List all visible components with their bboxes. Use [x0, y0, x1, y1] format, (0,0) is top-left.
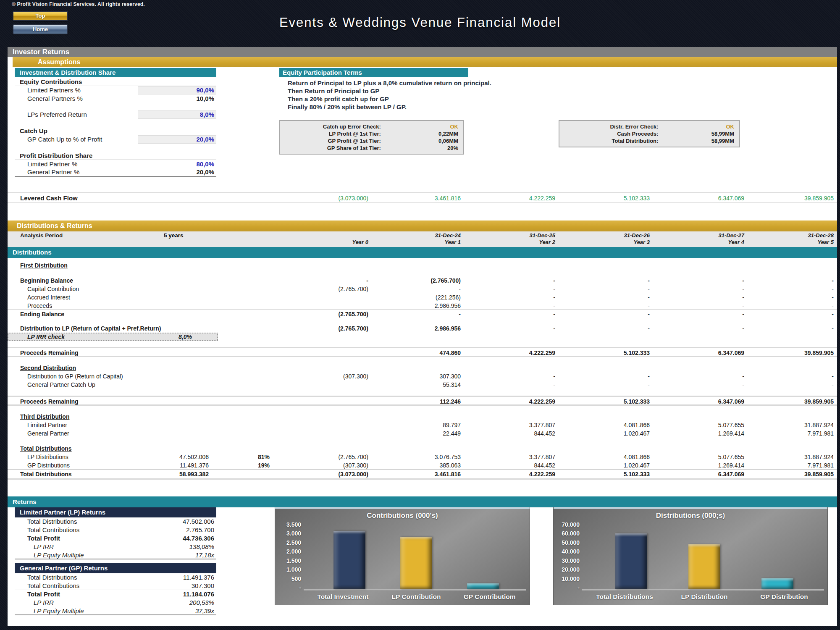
table-cell[interactable]	[372, 333, 464, 341]
table-cell[interactable]	[146, 348, 212, 357]
table-cell[interactable]: -	[748, 285, 837, 293]
table-cell[interactable]	[653, 444, 748, 453]
returns-row-value[interactable]: 200,53%	[132, 598, 216, 607]
table-cell[interactable]	[212, 276, 273, 285]
table-cell[interactable]: -	[748, 293, 837, 302]
table-cell[interactable]: 7.971.981	[748, 461, 837, 470]
table-cell[interactable]: 4.222.259	[464, 397, 559, 406]
table-cell[interactable]: (2.765.700)	[273, 453, 372, 461]
table-cell[interactable]: -	[559, 324, 653, 333]
table-cell[interactable]: -	[748, 310, 837, 318]
assumption-value-cell[interactable]: 20,0%	[138, 135, 216, 144]
table-cell[interactable]: 81%	[212, 453, 273, 461]
table-cell[interactable]	[273, 348, 372, 357]
table-cell[interactable]: -	[372, 285, 464, 293]
table-cell[interactable]	[748, 261, 837, 270]
assumption-value-cell[interactable]: 8,0%	[138, 110, 216, 119]
table-cell[interactable]: (2.765.700)	[273, 285, 372, 293]
table-cell[interactable]	[212, 397, 273, 406]
table-cell[interactable]: -	[653, 276, 748, 285]
table-cell[interactable]: 31.887.924	[748, 421, 837, 429]
table-cell[interactable]: 307.300	[372, 372, 464, 381]
returns-row-value[interactable]: 307.300	[132, 582, 216, 590]
table-cell[interactable]	[212, 429, 273, 438]
table-cell[interactable]: 1.269.414	[653, 461, 748, 470]
table-cell[interactable]: 11.491.376	[146, 461, 212, 470]
table-cell[interactable]: -	[464, 324, 559, 333]
table-cell[interactable]	[464, 444, 559, 453]
table-cell[interactable]	[273, 261, 372, 270]
table-cell[interactable]: 2.986.956	[372, 302, 464, 310]
table-cell[interactable]: -	[748, 324, 837, 333]
table-cell[interactable]	[212, 302, 273, 310]
assumption-value-cell[interactable]: 80,0%	[138, 160, 216, 168]
returns-row-value[interactable]: 138,08%	[132, 543, 216, 551]
table-cell[interactable]: -	[653, 285, 748, 293]
table-cell[interactable]: -	[464, 372, 559, 381]
table-cell[interactable]: 1.020.467	[559, 429, 653, 438]
table-cell[interactable]: -	[559, 372, 653, 381]
table-cell[interactable]: 39.859.905	[748, 470, 837, 479]
returns-row-value[interactable]: 47.502.006	[132, 517, 216, 526]
table-cell[interactable]: -	[464, 381, 559, 389]
table-cell[interactable]: 2.986.956	[372, 324, 464, 333]
table-cell[interactable]	[464, 261, 559, 270]
table-cell[interactable]: -	[653, 302, 748, 310]
table-cell[interactable]: -	[464, 302, 559, 310]
table-cell[interactable]: 5.102.333	[559, 470, 653, 479]
table-cell[interactable]: -	[748, 381, 837, 389]
table-cell[interactable]	[372, 412, 464, 421]
table-cell[interactable]: 3.076.753	[372, 453, 464, 461]
levered-value-y2[interactable]: 4.222.259	[464, 193, 559, 203]
table-cell[interactable]: 5.077.655	[653, 421, 748, 429]
table-cell[interactable]	[212, 285, 273, 293]
table-cell[interactable]: 4.222.259	[464, 470, 559, 479]
table-cell[interactable]	[212, 310, 273, 318]
table-cell[interactable]: -	[559, 302, 653, 310]
table-cell[interactable]: -	[653, 381, 748, 389]
table-cell[interactable]: (2.765.700)	[372, 276, 464, 285]
table-cell[interactable]: 39.859.905	[748, 348, 837, 357]
returns-row-value[interactable]: 44.736.306	[132, 534, 216, 543]
table-cell[interactable]	[146, 285, 212, 293]
table-cell[interactable]: (307.300)	[273, 372, 372, 381]
table-cell[interactable]: -	[464, 293, 559, 302]
table-cell[interactable]	[273, 397, 372, 406]
levered-value-y5[interactable]: 39.859.905	[748, 193, 837, 203]
table-cell[interactable]: 4.222.259	[464, 348, 559, 357]
table-cell[interactable]	[559, 444, 653, 453]
table-cell[interactable]: 385.063	[372, 461, 464, 470]
table-cell[interactable]: (2.765.700)	[273, 310, 372, 318]
table-cell[interactable]: -	[559, 285, 653, 293]
table-cell[interactable]: 3.377.807	[464, 421, 559, 429]
levered-value-y3[interactable]: 5.102.333	[559, 193, 653, 203]
assumption-value-cell[interactable]: 20,0%	[138, 168, 216, 176]
table-cell[interactable]: 6.347.069	[653, 470, 748, 479]
table-cell[interactable]	[559, 333, 653, 341]
table-cell[interactable]: 47.502.006	[146, 453, 212, 461]
table-cell[interactable]: 3.377.807	[464, 453, 559, 461]
table-cell[interactable]: 31.887.924	[748, 453, 837, 461]
table-cell[interactable]: -	[653, 324, 748, 333]
table-cell[interactable]	[146, 261, 212, 270]
table-cell[interactable]	[748, 412, 837, 421]
table-cell[interactable]: 3.461.816	[372, 470, 464, 479]
table-cell[interactable]: -	[559, 381, 653, 389]
returns-row-value[interactable]: 17,18x	[132, 551, 216, 559]
table-cell[interactable]: 474.860	[372, 348, 464, 357]
table-cell[interactable]	[212, 444, 273, 453]
table-cell[interactable]: 112.246	[372, 397, 464, 406]
table-cell[interactable]	[146, 444, 212, 453]
table-cell[interactable]: -	[653, 372, 748, 381]
table-cell[interactable]	[559, 261, 653, 270]
table-cell[interactable]: -	[273, 276, 372, 285]
table-cell[interactable]	[146, 276, 212, 285]
table-cell[interactable]	[212, 324, 273, 333]
table-cell[interactable]	[146, 397, 212, 406]
table-cell[interactable]: 7.971.981	[748, 429, 837, 438]
table-cell[interactable]	[146, 372, 212, 381]
levered-value-y0[interactable]: (3.073.000)	[273, 193, 372, 203]
analysis-period-value[interactable]: 5 years	[146, 232, 212, 239]
table-cell[interactable]	[146, 429, 212, 438]
table-cell[interactable]: -	[748, 276, 837, 285]
